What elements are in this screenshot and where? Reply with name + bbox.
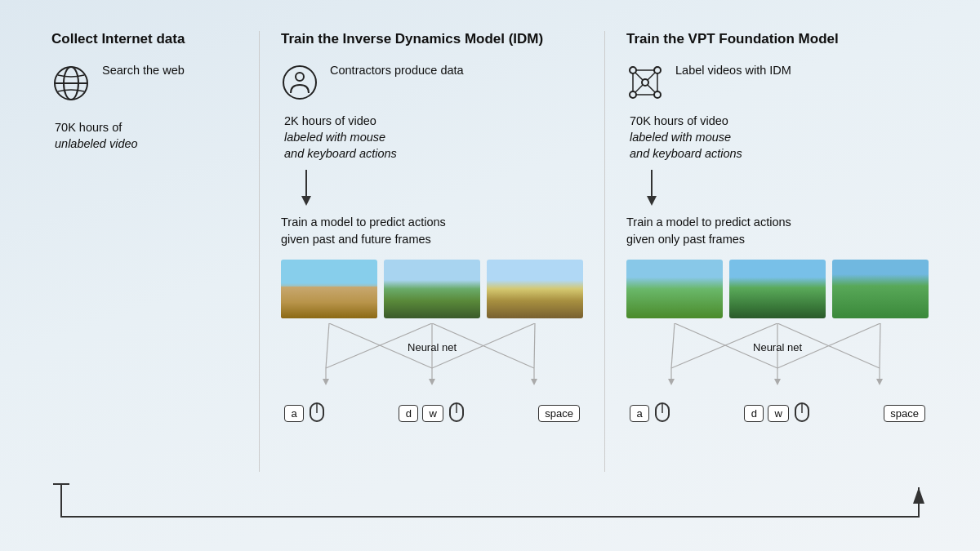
svg-point-25 <box>654 67 661 73</box>
svg-marker-51 <box>876 379 883 385</box>
label-videos-label: Label videos with IDM <box>675 62 791 78</box>
svg-marker-49 <box>774 379 781 385</box>
vpt-keys-row: a d w <box>626 398 929 424</box>
mouse-icon-4 <box>793 402 811 424</box>
key-a-2: a <box>630 405 649 422</box>
key-d-2: d <box>744 405 764 422</box>
person-icon <box>281 64 318 104</box>
idm-neural-svg <box>281 323 583 397</box>
vpt-hours: 70K hours of video labeled with mouseand… <box>630 113 929 162</box>
main-diagram: Collect Internet data Search the web <box>20 15 960 537</box>
svg-marker-38 <box>647 196 657 206</box>
idm-screenshot-3 <box>487 260 583 318</box>
svg-point-3 <box>283 66 316 99</box>
key-w-1: w <box>422 405 443 422</box>
idm-screenshots-wrap: Neural net a d <box>281 260 583 424</box>
vpt-screenshot-3 <box>832 260 929 318</box>
key-space-2: space <box>884 405 925 422</box>
vpt-screenshots-row <box>626 260 929 318</box>
col-idm-title: Train the Inverse Dynamics Model (IDM) <box>281 31 583 47</box>
mouse-icon-1 <box>308 402 326 424</box>
idm-hours: 2K hours of video labeled with mouseand … <box>284 113 583 162</box>
mouse-icon-2 <box>448 402 466 424</box>
collect-italic: unlabeled video <box>55 137 138 150</box>
vpt-screenshot-2 <box>729 260 826 318</box>
arrow-down-idm <box>299 170 583 206</box>
svg-line-35 <box>635 85 643 92</box>
idm-screenshot-1 <box>281 260 377 318</box>
svg-line-45 <box>880 323 880 368</box>
vpt-italic: labeled with mouseand keyboard actions <box>630 131 742 160</box>
svg-line-34 <box>648 73 655 80</box>
svg-line-7 <box>326 323 329 368</box>
idm-neural-label: Neural net <box>408 341 457 353</box>
svg-marker-19 <box>531 379 537 385</box>
col-vpt-title: Train the VPT Foundation Model <box>626 31 929 47</box>
col-collect: Collect Internet data Search the web <box>37 31 252 472</box>
vpt-neural-svg <box>626 323 929 397</box>
svg-line-36 <box>648 85 655 92</box>
arrow-down-vpt <box>644 170 929 206</box>
vpt-keys-group-3: space <box>884 405 925 422</box>
vpt-screenshots-wrap: Neural net a d w <box>626 260 929 424</box>
svg-marker-6 <box>301 196 311 206</box>
network-icon <box>626 64 664 104</box>
bottom-bracket <box>20 472 960 537</box>
idm-description: Train a model to predict actionsgiven pa… <box>281 214 583 248</box>
globe-icon <box>51 64 91 106</box>
vpt-keys-group-1: a <box>630 402 671 424</box>
idm-keys-group-2: d w <box>399 402 465 424</box>
key-w-2: w <box>768 405 788 422</box>
idm-screenshots-row <box>281 260 583 318</box>
vpt-screenshot-1 <box>626 260 723 318</box>
vpt-neural-label: Neural net <box>753 341 802 353</box>
svg-line-13 <box>534 323 535 368</box>
svg-marker-47 <box>668 379 675 385</box>
divider-2 <box>604 31 605 472</box>
idm-keys-group-1: a <box>284 402 326 424</box>
key-a-1: a <box>284 405 304 422</box>
vpt-neural-area: Neural net <box>626 323 929 397</box>
col-vpt: Train the VPT Foundation Model <box>612 31 943 472</box>
svg-marker-15 <box>323 379 329 385</box>
svg-line-39 <box>671 323 675 368</box>
svg-point-24 <box>630 67 636 73</box>
vpt-keys-group-2: d w <box>744 402 810 424</box>
col-idm: Train the Inverse Dynamics Model (IDM) C… <box>266 31 598 472</box>
divider-1 <box>259 31 260 472</box>
idm-keys-group-3: space <box>538 405 580 422</box>
vpt-arrow-section: 70K hours of video labeled with mouseand… <box>630 113 929 215</box>
search-web-label: Search the web <box>102 62 185 78</box>
vpt-description: Train a model to predict actionsgiven on… <box>626 214 929 248</box>
collect-subtext: 70K hours of unlabeled video <box>55 119 238 153</box>
key-space-1: space <box>538 405 580 422</box>
svg-point-4 <box>296 73 304 81</box>
svg-point-28 <box>654 91 661 98</box>
svg-point-27 <box>630 91 636 98</box>
svg-point-26 <box>642 79 648 86</box>
idm-keys-row: a d w <box>281 398 583 424</box>
idm-italic: labeled with mouseand keyboard actions <box>284 131 397 160</box>
idm-screenshot-2 <box>384 260 480 318</box>
svg-line-33 <box>635 73 643 80</box>
contractors-label: Contractors produce data <box>330 62 464 78</box>
mouse-icon-3 <box>653 402 671 424</box>
col-collect-title: Collect Internet data <box>51 31 238 47</box>
svg-marker-17 <box>429 379 435 385</box>
bracket-svg <box>37 476 943 533</box>
idm-arrow-section: 2K hours of video labeled with mouseand … <box>284 113 583 215</box>
key-d-1: d <box>399 405 418 422</box>
idm-neural-area: Neural net <box>281 323 583 397</box>
